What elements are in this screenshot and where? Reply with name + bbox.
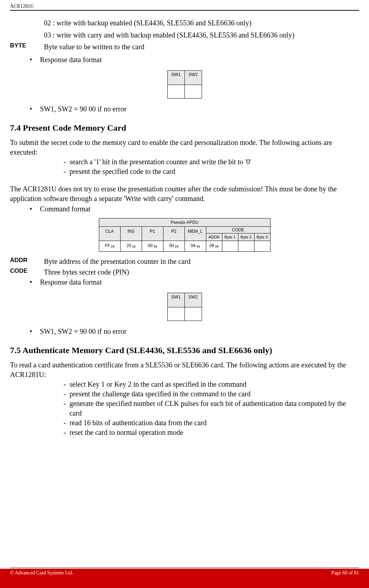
sw-table-2: SW1 SW2 xyxy=(167,293,202,321)
apdu-ins-value: 20 H xyxy=(120,241,142,252)
sw1-header: SW1 xyxy=(167,71,184,85)
mode-02-line: 02 : write with backup enabled (SLE4436,… xyxy=(10,18,359,28)
apdu-byte2-header: Byte 2 xyxy=(238,233,254,241)
dash-icon: - xyxy=(64,167,66,176)
sw-result-bullet-2: • SW1, SW2 = 90 00 if no error xyxy=(10,327,359,336)
sw1-cell xyxy=(167,307,184,321)
response-format-bullet: • Response data format xyxy=(10,56,359,64)
code-definition: CODE Three bytes secret code (PIN) xyxy=(10,267,359,277)
mode-03-line: 03 : write with carry and with backup en… xyxy=(10,30,359,40)
sec74-para1: To submit the secret code to the memory … xyxy=(10,138,359,157)
apdu-addr-header: ADDR xyxy=(206,233,222,241)
section-7-5-heading: 7.5 Authenticate Memory Card (SLE4436, S… xyxy=(10,346,359,355)
apdu-byte1-header: Byte 1 xyxy=(222,233,238,241)
dash-text: generate the specified number of CLK pul… xyxy=(70,399,359,418)
section-7-4-heading: 7.4 Present Code Memory Card xyxy=(10,123,359,133)
sw-table-container-1: SW1 SW2 xyxy=(10,70,359,99)
apdu-ins-header: INS xyxy=(120,227,142,241)
apdu-meml-value: 04 H xyxy=(184,241,206,252)
sw-result-bullet-1: • SW1, SW2 = 90 00 if no error xyxy=(10,105,359,113)
dash-icon: - xyxy=(64,418,66,428)
command-format-bullet: • Command format xyxy=(10,205,359,213)
sec74-para2: The ACR1281U does not try to erase the p… xyxy=(10,184,359,203)
response-format-text: Response data format xyxy=(40,56,102,64)
list-item: -generate the specified number of CLK pu… xyxy=(64,399,359,418)
apdu-meml-header: MEM_L xyxy=(184,227,206,241)
list-item: -select Key 1 or Key 2 in the card as sp… xyxy=(64,380,359,389)
dash-text: select Key 1 or Key 2 in the card as spe… xyxy=(70,380,247,389)
dash-text: read 16 bits of authentication data from… xyxy=(70,418,207,428)
sw-result-text-1: SW1, SW2 = 90 00 if no error xyxy=(40,105,126,113)
code-text: Three bytes secret code (PIN) xyxy=(44,267,129,277)
code-label: CODE xyxy=(10,267,44,277)
byte-label: BYTE xyxy=(10,42,44,51)
apdu-cla-value: FF H xyxy=(99,241,120,252)
sw-table-container-2: SW1 SW2 xyxy=(10,293,359,321)
apdu-p2-value: 00 H xyxy=(163,241,184,252)
footer-rule xyxy=(10,568,359,568)
footer-page-number: Page 60 of 81 xyxy=(332,570,359,576)
sw-result-text-2: SW1, SW2 = 90 00 if no error xyxy=(40,327,126,336)
apdu-byte1-value xyxy=(222,241,238,252)
sw1-cell xyxy=(167,85,184,99)
dash-text: present the specified code to the card xyxy=(70,167,176,176)
dash-text: present the challenge data specified in … xyxy=(70,389,251,399)
apdu-byte3-header: Byte 3 xyxy=(254,233,270,241)
sec75-dash-list: -select Key 1 or Key 2 in the card as sp… xyxy=(10,380,359,437)
apdu-p1-value: 00 H xyxy=(142,241,163,252)
apdu-table-container: Pseudo-APDU CLA INS P1 P2 MEM_L CODE ADD… xyxy=(10,218,359,252)
apdu-table: Pseudo-APDU CLA INS P1 P2 MEM_L CODE ADD… xyxy=(99,218,271,252)
doc-id: ACR1281U xyxy=(10,4,34,9)
bullet-icon: • xyxy=(30,56,32,64)
addr-label: ADDR xyxy=(10,257,44,266)
bullet-icon: • xyxy=(30,278,32,286)
dash-text: search a '1' bit in the presentation cou… xyxy=(70,157,251,167)
apdu-cla-header: CLA xyxy=(99,227,120,241)
command-format-text: Command format xyxy=(40,205,91,213)
sw2-cell xyxy=(184,85,202,99)
list-item: -read 16 bits of authentication data fro… xyxy=(64,418,359,428)
apdu-byte2-value xyxy=(238,241,254,252)
sw2-cell xyxy=(184,307,202,321)
apdu-title: Pseudo-APDU xyxy=(99,218,270,227)
apdu-code-header: CODE xyxy=(206,227,270,233)
sw1-header: SW1 xyxy=(167,293,184,307)
dash-icon: - xyxy=(64,380,66,389)
sec74-dash-list: -search a '1' bit in the presentation co… xyxy=(10,157,359,176)
dash-icon: - xyxy=(64,399,66,418)
sec75-para1: To read a card authentication certificat… xyxy=(10,360,359,380)
footer-copyright: © Advanced Card Systems Ltd. xyxy=(10,570,73,576)
apdu-p2-header: P2 xyxy=(163,227,184,241)
list-item: -search a '1' bit in the presentation co… xyxy=(64,157,359,167)
apdu-byte3-value xyxy=(254,241,270,252)
list-item: -present the specified code to the card xyxy=(64,167,359,176)
apdu-p1-header: P1 xyxy=(142,227,163,241)
bullet-icon: • xyxy=(30,105,32,113)
apdu-addr-value: 09 H xyxy=(206,241,222,252)
addr-text: Byte address of the presentation counter… xyxy=(44,257,191,266)
byte-text: Byte value to be written to the card xyxy=(44,42,145,51)
list-item: -present the challenge data specified in… xyxy=(64,389,359,399)
sw-table-1: SW1 SW2 xyxy=(167,70,202,99)
dash-text: reset the card to normal operation mode xyxy=(70,428,183,437)
sw2-header: SW2 xyxy=(184,293,202,307)
dash-icon: - xyxy=(64,389,66,399)
bullet-icon: • xyxy=(30,205,32,213)
bullet-icon: • xyxy=(30,327,32,336)
response-format-bullet-2: • Response data format xyxy=(10,278,359,286)
addr-definition: ADDR Byte address of the presentation co… xyxy=(10,257,359,266)
page-content: 02 : write with backup enabled (SLE4436,… xyxy=(0,11,369,437)
page-header: ACR1281U xyxy=(0,0,369,11)
byte-definition: BYTE Byte value to be written to the car… xyxy=(10,42,359,51)
list-item: -reset the card to normal operation mode xyxy=(64,428,359,437)
dash-icon: - xyxy=(64,428,66,437)
response-format-text-2: Response data format xyxy=(40,278,102,286)
sw2-header: SW2 xyxy=(184,71,202,85)
dash-icon: - xyxy=(64,157,66,167)
page-footer: © Advanced Card Systems Ltd. Page 60 of … xyxy=(0,569,369,588)
